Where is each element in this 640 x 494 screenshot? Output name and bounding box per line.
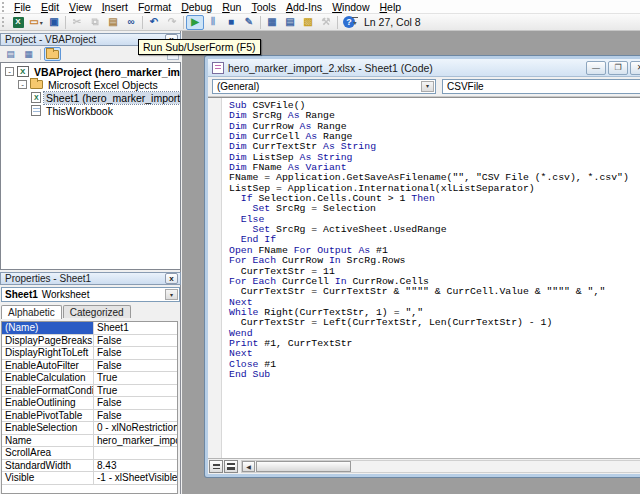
save-button[interactable]: ▣ — [45, 15, 63, 30]
property-name[interactable]: ScrollArea — [2, 447, 94, 459]
view-code-button[interactable]: ▤ — [2, 47, 19, 61]
property-value[interactable]: -1 - xlSheetVisible — [94, 472, 177, 484]
view-object-button[interactable]: ▦ — [20, 47, 37, 61]
property-value[interactable]: Sheet1 — [94, 322, 177, 334]
property-row[interactable]: ScrollArea — [2, 447, 177, 460]
break-button[interactable]: Ⅱ — [204, 15, 222, 30]
code-line[interactable]: Set SrcRg = ActiveSheet.UsedRange — [229, 225, 640, 235]
toggle-folders-button[interactable] — [44, 47, 61, 61]
property-row[interactable]: Namehero_marker_import — [2, 435, 177, 448]
redo-button[interactable]: ↷ — [163, 15, 181, 30]
tree-item[interactable]: -Microsoft Excel Objects — [1, 78, 180, 91]
menu-file[interactable]: File — [9, 0, 36, 14]
property-name[interactable]: EnableCalculation — [2, 372, 94, 384]
property-value[interactable]: 0 - xlNoRestrictions — [94, 422, 177, 434]
property-name[interactable]: EnableAutoFilter — [2, 360, 94, 372]
property-value[interactable]: False — [94, 410, 177, 422]
procedure-view-button[interactable] — [209, 460, 223, 473]
menu-run[interactable]: Run — [217, 0, 246, 14]
property-row[interactable]: EnableAutoFilterFalse — [2, 360, 177, 373]
property-value[interactable]: False — [94, 347, 177, 359]
run-button[interactable]: ▶ — [186, 15, 204, 30]
code-editor-area[interactable]: Sub CSVFile()Dim SrcRg As RangeDim CurrR… — [208, 97, 640, 458]
property-row[interactable]: EnableCalculationTrue — [2, 372, 177, 385]
property-value[interactable]: 8.43 — [94, 460, 177, 472]
procedure-dropdown[interactable]: CSVFile — [442, 79, 640, 94]
chevron-down-icon[interactable]: ▾ — [421, 81, 434, 92]
property-row[interactable]: DisplayRightToLeftFalse — [2, 347, 177, 360]
code-line[interactable]: Set SrcRg = Selection — [229, 204, 640, 214]
chevron-down-icon[interactable]: ▾ — [165, 289, 178, 300]
menu-debug[interactable]: Debug — [176, 0, 217, 14]
property-row[interactable]: EnablePivotTableFalse — [2, 410, 177, 423]
tab-alphabetic[interactable]: Alphabetic — [1, 305, 62, 319]
menu-window[interactable]: Window — [327, 0, 374, 14]
project-explorer-button[interactable]: ▦ — [263, 15, 281, 30]
property-row[interactable]: EnableOutliningFalse — [2, 397, 177, 410]
property-name[interactable]: Visible — [2, 472, 94, 484]
code-line[interactable]: CurrTextStr = Left(CurrTextStr, Len(Curr… — [229, 318, 640, 328]
minimize-icon[interactable]: — — [586, 61, 606, 75]
code-line[interactable]: Close #1 — [229, 360, 640, 370]
properties-object-dropdown[interactable]: Sheet1 Worksheet ▾ — [1, 287, 180, 302]
properties-window-button[interactable]: ▤ — [281, 15, 299, 30]
code-text[interactable]: Sub CSVFile()Dim SrcRg As RangeDim CurrR… — [229, 101, 640, 380]
reset-button[interactable]: ■ — [222, 15, 240, 30]
menu-add-ins[interactable]: Add-Ins — [281, 0, 327, 14]
toolbox-button[interactable]: ⚒ — [317, 15, 335, 30]
code-line[interactable]: Print #1, CurrTextStr — [229, 339, 640, 349]
property-name[interactable]: EnableOutlining — [2, 397, 94, 409]
property-name[interactable]: EnableSelection — [2, 422, 94, 434]
property-name[interactable]: StandardWidth — [2, 460, 94, 472]
code-line[interactable]: Next — [229, 349, 640, 359]
toolbar-overflow-button[interactable]: ▾ — [350, 15, 360, 30]
view-excel-button[interactable]: X — [9, 15, 27, 30]
menu-tools[interactable]: Tools — [246, 0, 281, 14]
property-name[interactable]: EnablePivotTable — [2, 410, 94, 422]
copy-button[interactable]: ⧉ — [86, 15, 104, 30]
property-name[interactable]: DisplayPageBreaks — [2, 335, 94, 347]
property-row[interactable]: Visible-1 - xlSheetVisible — [2, 472, 177, 485]
scrollbar-thumb[interactable] — [256, 461, 351, 472]
property-value[interactable]: False — [94, 397, 177, 409]
menu-format[interactable]: Format — [133, 0, 176, 14]
collapse-icon[interactable]: - — [18, 80, 27, 89]
menu-insert[interactable]: Insert — [97, 0, 133, 14]
property-value[interactable]: False — [94, 335, 177, 347]
menu-help[interactable]: Help — [374, 0, 406, 14]
property-value[interactable]: False — [94, 360, 177, 372]
find-button[interactable]: ∞ — [122, 15, 140, 30]
property-row[interactable]: EnableFormatConditionsCalculationTrue — [2, 385, 177, 398]
property-value[interactable]: True — [94, 372, 177, 384]
property-value[interactable]: hero_marker_import — [94, 435, 177, 447]
object-dropdown[interactable]: (General) ▾ — [212, 79, 436, 94]
tree-item[interactable]: ThisWorkbook — [1, 104, 180, 117]
property-row[interactable]: DisplayPageBreaksFalse — [2, 335, 177, 348]
tree-item[interactable]: -VBAProject (hero_marker_import_2.xlsx) — [1, 65, 180, 78]
property-name[interactable]: (Name) — [2, 322, 94, 334]
menu-edit[interactable]: Edit — [36, 0, 64, 14]
horizontal-scrollbar[interactable]: ◀ — [241, 460, 640, 473]
properties-panel-close-icon[interactable]: x — [165, 273, 178, 284]
code-window-titlebar[interactable]: hero_marker_import_2.xlsx - Sheet1 (Code… — [208, 59, 640, 77]
design-mode-button[interactable]: ✎ — [240, 15, 258, 30]
property-row[interactable]: EnableSelection0 - xlNoRestrictions — [2, 422, 177, 435]
scroll-left-icon[interactable]: ◀ — [242, 461, 255, 472]
undo-button[interactable]: ↶ — [145, 15, 163, 30]
property-value[interactable]: True — [94, 385, 177, 397]
property-row[interactable]: StandardWidth8.43 — [2, 460, 177, 473]
code-line[interactable]: End Sub — [229, 370, 640, 380]
collapse-icon[interactable]: - — [5, 67, 14, 76]
property-name[interactable]: Name — [2, 435, 94, 447]
cut-button[interactable]: ✂ — [68, 15, 86, 30]
menu-view[interactable]: View — [64, 0, 97, 14]
tab-categorized[interactable]: Categorized — [63, 305, 131, 318]
property-name[interactable]: DisplayRightToLeft — [2, 347, 94, 359]
code-line[interactable]: CurrTextStr = CurrTextStr & """" & CurrC… — [229, 287, 640, 297]
property-name[interactable]: EnableFormatConditionsCalculation — [2, 385, 94, 397]
full-module-view-button[interactable] — [224, 460, 238, 473]
tree-item[interactable]: Sheet1 (hero_marker_import) — [1, 91, 180, 104]
paste-button[interactable]: ▤ — [104, 15, 122, 30]
code-margin-indicator-bar[interactable] — [208, 98, 222, 458]
restore-icon[interactable]: ❐ — [608, 61, 628, 75]
